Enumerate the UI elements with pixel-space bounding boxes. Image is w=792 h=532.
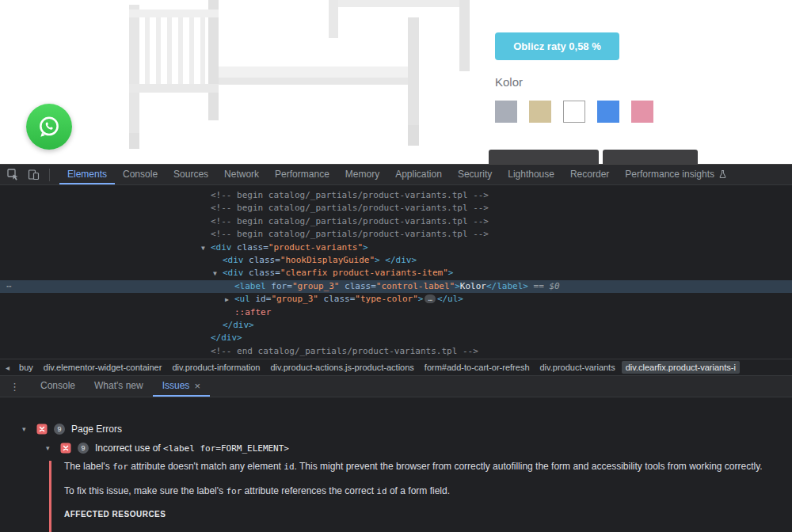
elements-tree-row[interactable]: <!-- end catalog/_partials/product-varia… — [0, 345, 792, 358]
elements-tree-row[interactable]: ▶<ul id="group_3" class="type-color">…</… — [0, 293, 792, 306]
code-token-val: "group_3" — [292, 281, 340, 291]
elements-tree-row[interactable]: ▼<div class="product-variants"> — [0, 241, 792, 254]
breadcrumb-item[interactable]: div.elementor-widget-container — [40, 361, 166, 374]
devtools-tab-recorder[interactable]: Recorder — [562, 165, 617, 184]
code-token-attr: id= — [250, 294, 272, 304]
description-text: To fix this issue, make sure the label's — [64, 485, 226, 496]
devtools-tab-elements[interactable]: Elements — [59, 165, 115, 184]
elements-tree-row[interactable]: ::after — [0, 306, 792, 319]
code-token-pill[interactable]: … — [425, 294, 435, 303]
breadcrumb-item[interactable]: div.product-actions.js-product-actions — [266, 361, 417, 374]
devtools-tab-sources[interactable]: Sources — [166, 165, 216, 184]
elements-tree-row[interactable]: <!-- begin catalog/_partials/product-var… — [0, 215, 792, 228]
code-token-txt: Kolor — [460, 281, 486, 291]
color-swatch-blue[interactable] — [597, 101, 619, 123]
row-overflow-dots-icon[interactable]: ⋯ — [6, 280, 13, 293]
elements-tree-row[interactable]: </div> — [0, 332, 792, 344]
devtools-tab-application[interactable]: Application — [387, 165, 450, 184]
code-token-pseudo: ::after — [234, 307, 271, 317]
issues-group-row[interactable]: ▾ 9 Page Errors — [0, 420, 792, 439]
elements-tree-row[interactable]: <!-- begin catalog/_partials/product-var… — [0, 202, 792, 215]
elements-tree-row-selected[interactable]: ⋯<label for="group_3" class="control-lab… — [0, 280, 792, 293]
devtools-tab-lighthouse[interactable]: Lighthouse — [500, 165, 562, 184]
collapse-arrow-icon[interactable]: ▼ — [213, 268, 217, 280]
breadcrumb-item[interactable]: div.product-information — [168, 361, 264, 374]
devtools-tab-performance[interactable]: Performance — [267, 165, 337, 184]
drawer-tab-issues[interactable]: Issues× — [153, 376, 210, 397]
tab-label: Performance insights — [625, 169, 714, 180]
collapse-caret-icon[interactable]: ▾ — [46, 444, 54, 452]
issue-description-block: The label's for attribute doesn't match … — [64, 461, 792, 497]
toolbar-divider — [49, 169, 50, 181]
description-text: . This might prevent the browser from co… — [295, 461, 763, 472]
breadcrumb-scroll-left-icon[interactable]: ◂ — [0, 363, 15, 372]
tab-label: Elements — [67, 169, 107, 180]
tab-label: Sources — [173, 169, 208, 180]
color-swatch-beige[interactable] — [529, 101, 551, 123]
elements-tree-row[interactable]: <!-- begin catalog/_partials/product-var… — [0, 228, 792, 241]
inspect-element-icon[interactable] — [6, 169, 19, 181]
tab-label: Application — [395, 169, 442, 180]
issue-row[interactable]: ▾ 9 Incorrect use of <label for=FORM_ELE… — [0, 439, 792, 458]
device-toolbar-icon[interactable] — [27, 169, 40, 181]
tab-label: Memory — [345, 169, 379, 180]
code-token-attr: class= — [244, 255, 280, 265]
crib-photo-illustration — [91, 0, 471, 155]
code-token-val: "group_3" — [271, 294, 318, 304]
close-tab-icon[interactable]: × — [194, 380, 200, 392]
color-swatches — [495, 101, 653, 123]
code-token-tag: > — [455, 281, 460, 291]
drawer-tab-what-s-new[interactable]: What's new — [85, 376, 153, 397]
color-swatch-gray[interactable] — [495, 101, 517, 123]
expand-arrow-icon[interactable]: ▶ — [225, 294, 229, 306]
code-token-tag: <label — [234, 281, 266, 291]
whatsapp-icon — [36, 113, 63, 140]
issue-count-badge: 9 — [78, 443, 89, 454]
cutoff-page-element — [603, 150, 698, 164]
color-swatch-white[interactable] — [563, 101, 585, 123]
devtools-tab-network[interactable]: Network — [216, 165, 267, 184]
issue-title-code: <label for=FORM_ELEMENT> — [163, 443, 289, 454]
code-token-tag: > — [418, 294, 424, 304]
code-token-tag: <div — [223, 255, 244, 265]
installments-button[interactable]: Oblicz raty 0,58 % — [495, 32, 619, 60]
issue-description: The label's for attribute doesn't match … — [64, 461, 777, 473]
issue-description: To fix this issue, make sure the label's… — [64, 485, 777, 497]
product-image — [91, 0, 471, 158]
devtools-tab-bar: ElementsConsoleSourcesNetworkPerformance… — [59, 165, 735, 184]
elements-tree-row[interactable]: ▼<div class="clearfix product-variants-i… — [0, 267, 792, 279]
collapse-arrow-icon[interactable]: ▼ — [201, 242, 205, 255]
elements-tree-row[interactable]: </div> — [0, 319, 792, 332]
breadcrumb-bar: ◂ buydiv.elementor-widget-containerdiv.p… — [0, 359, 792, 375]
tab-label: Console — [40, 380, 75, 391]
devtools-tab-security[interactable]: Security — [450, 165, 500, 184]
description-text: attribute references the correct — [242, 485, 376, 496]
breadcrumb-item[interactable]: form#add-to-cart-or-refresh — [421, 361, 534, 374]
devtools-tab-performance-insights[interactable]: Performance insights — [617, 165, 735, 184]
affected-resources-heading: AFFECTED RESOURCES — [64, 510, 792, 519]
collapse-caret-icon[interactable]: ▾ — [22, 425, 30, 433]
breadcrumb-item[interactable]: buy — [15, 361, 37, 374]
issue-title-text: Incorrect use of — [95, 443, 163, 454]
code-token-attr: class= — [244, 268, 280, 278]
code-token-tag: <div — [211, 242, 232, 253]
breadcrumb-item[interactable]: div.clearfix.product-variants-i — [622, 361, 740, 374]
devtools-tab-memory[interactable]: Memory — [337, 165, 387, 184]
cutoff-page-element — [489, 150, 599, 164]
color-swatch-pink[interactable] — [631, 101, 653, 123]
code-token-tag: </ul> — [437, 294, 463, 304]
whatsapp-button[interactable] — [26, 104, 72, 150]
code-token-attr: class= — [339, 281, 375, 291]
breadcrumb-item[interactable]: div.product-variants — [536, 361, 619, 374]
code-token-cm: <!-- begin catalog/_partials/product-var… — [211, 203, 489, 213]
elements-tree: <!-- begin catalog/_partials/product-var… — [0, 185, 792, 359]
code-token-cm: <!-- end catalog/_partials/product-varia… — [211, 346, 478, 356]
elements-tree-row[interactable]: <!-- begin catalog/_partials/product-var… — [0, 189, 792, 202]
devtools-tab-console[interactable]: Console — [115, 165, 166, 184]
code-token-cm: <!-- begin catalog/_partials/product-var… — [211, 190, 489, 200]
drawer-menu-icon[interactable]: ⋮ — [10, 376, 20, 397]
code-token-cm: <!-- begin catalog/_partials/product-var… — [211, 216, 489, 226]
drawer-tab-console[interactable]: Console — [31, 376, 85, 397]
breadcrumb: buydiv.elementor-widget-containerdiv.pro… — [15, 361, 742, 374]
elements-tree-row[interactable]: <div class="hookDisplayGuide"> </div> — [0, 254, 792, 267]
